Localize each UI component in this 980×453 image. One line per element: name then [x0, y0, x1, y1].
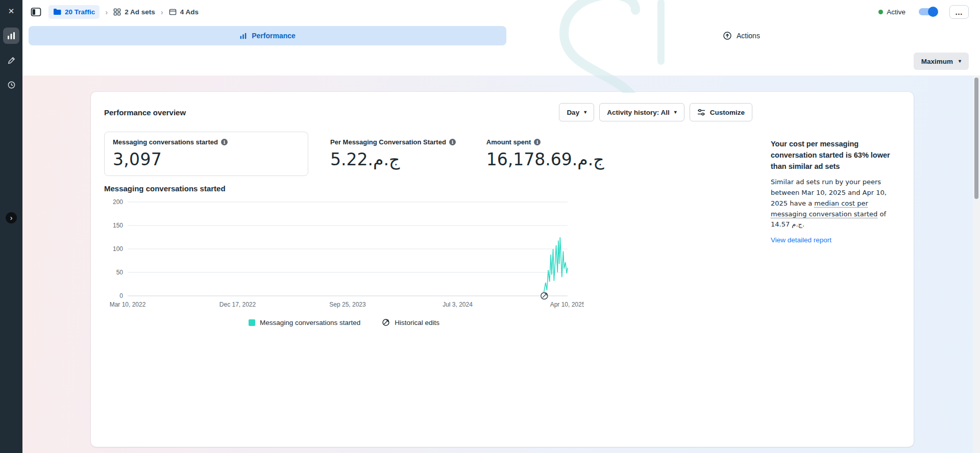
- info-icon[interactable]: i: [534, 139, 541, 145]
- svg-text:100: 100: [113, 245, 123, 253]
- tab-performance-label: Performance: [252, 32, 296, 40]
- metric-label: Amount spent: [486, 138, 531, 146]
- insight-panel: Your cost per messaging conversation sta…: [771, 132, 900, 326]
- breadcrumb-ads-label: 4 Ads: [180, 8, 199, 16]
- metric-value: 16,178.69.ج.م: [486, 149, 604, 169]
- metric-label: Messaging conversations started: [113, 138, 218, 146]
- more-options-button[interactable]: …: [949, 5, 969, 19]
- chevron-down-icon: ▾: [674, 110, 677, 115]
- collapse-panel-button[interactable]: [31, 7, 41, 17]
- svg-text:Apr 10, 2025: Apr 10, 2025: [550, 301, 584, 308]
- breadcrumb-separator: ›: [105, 8, 108, 16]
- metric-label-row: Messaging conversations started i: [113, 138, 300, 146]
- info-icon[interactable]: i: [221, 139, 228, 145]
- metric-cost-per-conversation[interactable]: Per Messaging Conversation Started i 5.2…: [322, 132, 464, 176]
- chart-controls: Day ▾ Activity history: All ▾ Customize: [559, 103, 752, 121]
- day-dropdown[interactable]: Day ▾: [559, 103, 594, 121]
- metric-value: 5.22.ج.م: [330, 149, 456, 169]
- expand-sidebar-button[interactable]: ›: [6, 212, 17, 223]
- status-toggle[interactable]: [919, 8, 937, 15]
- metric-value: 3,097: [113, 149, 300, 169]
- insight-headline: Your cost per messaging conversation sta…: [771, 139, 900, 172]
- svg-text:150: 150: [113, 222, 123, 229]
- performance-chart: 050100150200Mar 10, 2022Dec 17, 2022Sep …: [104, 196, 584, 314]
- svg-text:200: 200: [113, 198, 123, 206]
- historical-edits-icon: [382, 318, 390, 326]
- svg-text:Jul 3, 2024: Jul 3, 2024: [443, 301, 473, 308]
- ads-manager-window: ✕ ›: [0, 0, 980, 453]
- breadcrumb-row: 20 Traffic › 2 Ad sets › 4 Ads: [22, 0, 980, 23]
- breadcrumb-adsets[interactable]: 2 Ad sets: [113, 8, 155, 16]
- filter-row: Maximum ▾: [22, 49, 980, 76]
- maximum-label: Maximum: [921, 58, 953, 65]
- ad-frame-icon: [169, 8, 177, 16]
- metric-label-row: Per Messaging Conversation Started i: [330, 138, 456, 146]
- chevron-down-icon: ▾: [959, 59, 961, 64]
- card-title: Performance overview: [104, 108, 186, 117]
- info-icon[interactable]: i: [449, 139, 456, 145]
- edit-nav-icon[interactable]: [3, 52, 19, 68]
- legend-item-conversations[interactable]: Messaging conversations started: [249, 319, 360, 326]
- svg-text:Dec 17, 2022: Dec 17, 2022: [219, 301, 256, 308]
- breadcrumb-campaign[interactable]: 20 Traffic: [48, 5, 100, 19]
- scrollbar-thumb[interactable]: [974, 78, 978, 199]
- metric-label-row: Amount spent i: [486, 138, 604, 146]
- adsets-grid-icon: [113, 8, 121, 16]
- performance-overview-card: Performance overview Day ▾ Activity hist…: [91, 92, 914, 447]
- actions-arrow-icon: [723, 31, 732, 40]
- svg-text:0: 0: [119, 292, 123, 299]
- toggle-knob: [928, 7, 938, 17]
- activity-history-label: Activity history: All: [607, 109, 670, 116]
- chevron-down-icon: ▾: [584, 110, 586, 115]
- activity-history-dropdown[interactable]: Activity history: All ▾: [599, 103, 684, 121]
- view-detailed-report-link[interactable]: View detailed report: [771, 236, 831, 244]
- breadcrumb-adsets-label: 2 Ad sets: [125, 8, 155, 16]
- scrollbar-track[interactable]: [973, 76, 980, 453]
- maximum-dropdown[interactable]: Maximum ▾: [914, 53, 969, 70]
- series-line: [544, 237, 568, 295]
- chart-legend: Messaging conversations started Historic…: [104, 318, 584, 326]
- svg-text:Sep 25, 2023: Sep 25, 2023: [329, 301, 366, 308]
- chart-column: Messaging conversations started i 3,097 …: [104, 132, 752, 326]
- card-body: Messaging conversations started i 3,097 …: [104, 132, 900, 326]
- content-area: Performance overview Day ▾ Activity hist…: [22, 76, 980, 453]
- customize-label: Customize: [710, 109, 745, 116]
- customize-sliders-icon: [697, 109, 705, 116]
- breadcrumb-ads[interactable]: 4 Ads: [169, 8, 199, 16]
- customize-button[interactable]: Customize: [690, 103, 752, 121]
- card-header: Performance overview Day ▾ Activity hist…: [104, 103, 752, 121]
- folder-icon: [53, 8, 61, 15]
- charts-nav-icon[interactable]: [3, 28, 19, 44]
- header: 20 Traffic › 2 Ad sets › 4 Ads: [22, 0, 980, 76]
- legend-item-historical-edits[interactable]: Historical edits: [382, 318, 439, 326]
- legend-label: Historical edits: [395, 319, 439, 326]
- metric-messaging-conversations[interactable]: Messaging conversations started i 3,097: [104, 132, 308, 176]
- performance-chart-icon: [239, 32, 247, 40]
- svg-text:Mar 10, 2022: Mar 10, 2022: [110, 301, 146, 308]
- panel-toggle-icon: [31, 7, 41, 17]
- tabs-row: Performance Actions: [22, 23, 980, 49]
- clock-icon: [7, 81, 16, 89]
- legend-swatch: [249, 319, 255, 326]
- left-sidebar: ✕ ›: [0, 0, 22, 453]
- metrics-row: Messaging conversations started i 3,097 …: [104, 132, 752, 176]
- history-nav-icon[interactable]: [3, 77, 19, 93]
- breadcrumb-separator: ›: [161, 8, 163, 16]
- chart-area: 050100150200Mar 10, 2022Dec 17, 2022Sep …: [104, 196, 584, 314]
- pencil-icon: [7, 56, 16, 65]
- historical-edit-marker: [541, 293, 548, 299]
- tab-actions[interactable]: Actions: [723, 26, 760, 45]
- insight-body: Similar ad sets run by your peers betwee…: [771, 177, 900, 230]
- bar-chart-icon: [7, 31, 16, 40]
- day-dropdown-label: Day: [567, 109, 579, 116]
- status-badge: Active: [878, 8, 905, 16]
- metric-amount-spent[interactable]: Amount spent i 16,178.69.ج.م: [478, 132, 613, 176]
- metric-label: Per Messaging Conversation Started: [330, 138, 446, 146]
- status-label: Active: [887, 8, 905, 16]
- close-icon[interactable]: ✕: [3, 3, 19, 19]
- breadcrumb-campaign-label: 20 Traffic: [65, 8, 95, 16]
- chart-title: Messaging conversations started: [104, 184, 752, 193]
- tab-performance[interactable]: Performance: [29, 26, 506, 45]
- svg-text:50: 50: [116, 269, 124, 276]
- tab-actions-label: Actions: [737, 32, 760, 40]
